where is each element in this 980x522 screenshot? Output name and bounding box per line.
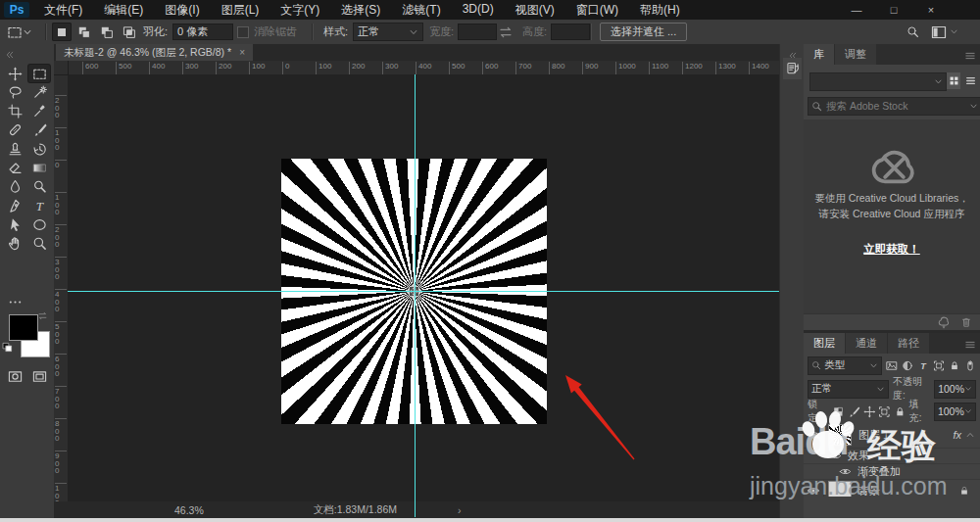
edit-toolbar-button[interactable] [4,293,25,310]
document-tab[interactable]: 未标题-2 @ 46.3% (图层 2, RGB/8) * × [56,44,253,61]
subtract-selection-button[interactable] [97,23,117,41]
trash-icon[interactable] [960,316,972,328]
width-input[interactable] [458,24,497,40]
path-selection-tool[interactable] [4,215,25,233]
style-select[interactable]: 正常 [353,23,423,41]
lock-all-icon[interactable] [894,405,906,418]
blend-mode-select[interactable]: 正常 [808,380,889,399]
fill-select[interactable]: 100% [934,403,976,421]
visibility-eye-icon[interactable] [807,428,820,442]
layer1-name[interactable]: 图层 1 [858,428,889,443]
lock-paint-icon[interactable] [848,405,860,418]
lock-position-icon[interactable] [863,405,876,418]
tab-adjustments[interactable]: 调整 [835,44,876,65]
swap-colors-icon[interactable] [37,307,48,324]
eraser-tool[interactable] [4,160,25,177]
filter-smart-objects-icon[interactable] [949,359,960,372]
menu-item-10[interactable]: 帮助(H) [631,0,689,21]
brush-tool[interactable] [28,121,50,139]
layer-row-layer1[interactable]: 图层 1 fx [804,422,980,449]
stock-search-input[interactable]: 搜索 Adobe Stock [808,97,980,116]
layer-row-gradient-overlay[interactable]: 渐变叠加 [804,463,980,480]
gradient-tool[interactable] [28,160,50,177]
visibility-eye-icon[interactable] [839,465,852,478]
collapse-effects-icon[interactable] [965,430,975,440]
menu-item-4[interactable]: 文字(Y) [271,0,328,21]
panel-menu-icon[interactable] [964,339,976,351]
layer-fx-badge[interactable]: fx [953,429,961,441]
feather-input[interactable]: 0 像素 [172,24,233,40]
grid-view-button[interactable] [947,72,960,89]
screen-mode-button[interactable] [28,367,50,385]
filter-pixel-layers-icon[interactable] [886,359,898,372]
menu-item-2[interactable]: 图像(I) [156,0,208,21]
eyedropper-tool[interactable] [28,103,50,120]
foreground-color-swatch[interactable] [9,314,38,341]
library-select[interactable] [809,72,947,91]
tab-close-button[interactable]: × [239,47,245,58]
clone-stamp-tool[interactable] [4,140,25,158]
tab-library[interactable]: 库 [804,44,834,65]
pen-tool[interactable] [4,197,25,214]
lock-transparent-icon[interactable] [832,405,845,418]
hand-tool[interactable] [4,235,25,253]
intersect-selection-button[interactable] [120,23,139,41]
select-and-mask-button[interactable]: 选择并遮住 ... [600,23,687,41]
zoom-level[interactable]: 46.3% [174,504,204,516]
menu-item-3[interactable]: 图层(L) [213,0,269,21]
layer-filter-toggle[interactable] [964,359,976,372]
zoom-tool[interactable] [28,235,50,253]
quick-mask-button[interactable] [4,367,25,385]
filter-adjustment-layers-icon[interactable] [902,359,913,372]
panel-menu-icon[interactable] [964,50,976,62]
history-brush-tool[interactable] [28,140,50,158]
menu-item-1[interactable]: 编辑(E) [95,0,152,21]
lock-artboard-icon[interactable] [878,405,891,418]
vertical-ruler[interactable]: 2 0 01 0 001 0 02 0 03 0 04 0 05 0 06 0 … [54,74,69,501]
new-selection-button[interactable] [52,23,72,41]
menu-item-8[interactable]: 视图(V) [507,0,564,21]
lasso-tool[interactable] [4,83,25,101]
blur-tool[interactable] [4,178,25,196]
search-button[interactable] [906,20,919,44]
opacity-select[interactable]: 100% [934,380,976,399]
crop-tool[interactable] [4,103,25,120]
horizontal-guide[interactable] [68,291,779,292]
layer-filter-select[interactable]: 类型 [808,356,882,375]
workspace-switcher[interactable] [931,20,958,44]
list-view-button[interactable] [963,72,977,89]
ellipse-tool[interactable] [28,215,50,233]
history-panel-button[interactable] [783,58,802,79]
cloud-sync-icon[interactable] [937,315,951,329]
tab-layers[interactable]: 图层 [804,333,845,354]
layer-row-effects[interactable]: 效果 [804,448,980,464]
tab-channels[interactable]: 通道 [846,333,887,354]
filter-shape-layers-icon[interactable] [933,359,945,372]
height-input[interactable] [551,24,590,40]
menu-item-6[interactable]: 滤镜(T) [393,0,449,21]
add-to-selection-button[interactable] [74,23,94,41]
minimize-button[interactable]: — [849,4,864,16]
ruler-origin-corner[interactable] [54,61,69,75]
menu-item-7[interactable]: 3D(D) [454,0,503,21]
antialias-checkbox[interactable] [237,26,249,38]
horizontal-ruler[interactable]: 6005004003002001000100200300400500600700… [54,61,779,75]
tab-paths[interactable]: 路径 [888,333,929,354]
visibility-eye-icon[interactable] [829,450,842,462]
layer1-thumbnail[interactable] [828,424,852,446]
dodge-tool[interactable] [28,178,50,196]
type-tool[interactable]: T [28,197,50,214]
get-now-link[interactable]: 立即获取！ [863,243,920,255]
rectangular-marquee-tool[interactable] [28,65,50,82]
close-button[interactable]: × [923,4,939,16]
quick-selection-tool[interactable] [28,83,50,101]
filter-type-layers-icon[interactable]: T [917,359,929,372]
vertical-guide[interactable] [415,74,416,517]
move-tool[interactable] [4,65,25,82]
menu-item-5[interactable]: 选择(S) [332,0,389,21]
menu-item-9[interactable]: 窗口(W) [567,0,627,21]
collapse-tools-icon[interactable] [4,45,14,63]
tool-preset-picker[interactable] [7,20,32,44]
swap-dimensions-button[interactable] [498,20,514,44]
menu-item-0[interactable]: 文件(F) [35,0,91,21]
